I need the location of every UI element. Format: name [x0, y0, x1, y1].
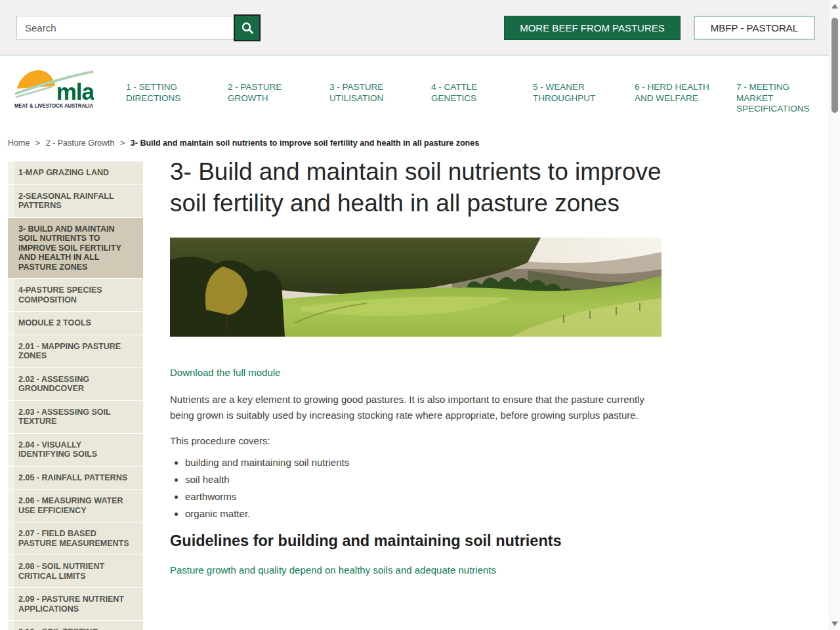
nav-item[interactable]: 2 - PASTURE GROWTH: [228, 82, 309, 115]
nav-item[interactable]: 4 - CATTLE GENETICS: [431, 82, 513, 115]
page-title: 3- Build and maintain soil nutrients to …: [170, 152, 662, 219]
sidebar-item[interactable]: MODULE 2 TOOLS: [8, 312, 143, 335]
sidebar-item[interactable]: 1-MAP GRAZING LAND: [8, 161, 143, 184]
mla-logo-icon: mla MEAT & LIVESTOCK AUSTRALIA: [14, 68, 94, 110]
search-icon: [240, 21, 255, 35]
logo-caption-text: MEAT & LIVESTOCK AUSTRALIA: [14, 102, 93, 109]
logo-brand-text: mla: [56, 79, 94, 104]
mbfp-pastoral-button[interactable]: MBFP - PASTORAL: [694, 16, 815, 40]
breadcrumb-current: 3- Build and maintain soil nutrients to …: [131, 138, 479, 148]
nav-item[interactable]: 1 - SETTING DIRECTIONS: [126, 82, 207, 115]
pasture-growth-link[interactable]: Pasture growth and quality depend on hea…: [170, 564, 496, 576]
module-nav: 1 - SETTING DIRECTIONS 2 - PASTURE GROWT…: [126, 82, 818, 115]
covers-list-item: soil health: [185, 474, 662, 485]
sidebar-item[interactable]: 2.08 - SOIL NUTRIENT CRITICAL LIMITS: [8, 555, 143, 587]
download-module-link[interactable]: Download the full module: [170, 367, 280, 378]
main-content: 3- Build and maintain soil nutrients to …: [170, 152, 662, 576]
search-input[interactable]: [16, 16, 234, 40]
sidebar-item[interactable]: 2.09 - PASTURE NUTRIENT APPLICATIONS: [8, 588, 143, 620]
covers-list: building and maintaining soil nutrients …: [170, 457, 662, 519]
intro-paragraph: Nutrients are a key element to growing g…: [170, 392, 645, 423]
breadcrumb-section[interactable]: 2 - Pasture Growth: [46, 138, 115, 148]
sidebar-item[interactable]: 2.04 - VISUALLY IDENTIFYING SOILS: [8, 434, 143, 466]
covers-label: This procedure covers:: [170, 435, 662, 446]
mla-logo[interactable]: mla MEAT & LIVESTOCK AUSTRALIA: [14, 68, 94, 110]
covers-list-item: building and maintaining soil nutrients: [185, 457, 662, 468]
covers-list-item: organic matter.: [185, 508, 662, 519]
top-bar: MORE BEEF FROM PASTURES MBFP - PASTORAL: [0, 0, 829, 56]
search-button[interactable]: [234, 14, 261, 41]
breadcrumb-home[interactable]: Home: [8, 138, 30, 148]
breadcrumb-separator: >: [35, 138, 40, 148]
sidebar-item[interactable]: 2.10 - SOIL TESTING LABORATORIES: [8, 621, 143, 630]
site-header: mla MEAT & LIVESTOCK AUSTRALIA 1 - SETTI…: [0, 56, 829, 135]
sidebar-item[interactable]: 2.07 - FIELD BASED PASTURE MEASUREMENTS: [8, 522, 143, 555]
sidebar-item[interactable]: 2.03 - ASSESSING SOIL TEXTURE: [8, 401, 143, 433]
vertical-scrollbar[interactable]: [829, 0, 840, 630]
sidebar-item[interactable]: 4-PASTURE SPECIES COMPOSITION: [8, 279, 143, 311]
sidebar-item[interactable]: 3- BUILD AND MAINTAIN SOIL NUTRIENTS TO …: [8, 218, 143, 279]
sidebar-item[interactable]: 2.05 - RAINFALL PATTERNS: [8, 467, 143, 490]
nav-item[interactable]: 3 - PASTURE UTILISATION: [329, 82, 411, 115]
pasture-landscape-image: [170, 238, 662, 337]
guidelines-heading: Guidelines for building and maintaining …: [170, 532, 662, 550]
breadcrumb-separator: >: [120, 138, 125, 148]
page: MORE BEEF FROM PASTURES MBFP - PASTORAL …: [0, 0, 840, 630]
scroll-down-arrow-icon[interactable]: [831, 621, 838, 626]
breadcrumb: Home > 2 - Pasture Growth > 3- Build and…: [8, 138, 479, 148]
scroll-up-arrow-icon[interactable]: [831, 4, 838, 9]
nav-item[interactable]: 7 - MEETING MARKET SPECIFICATIONS: [736, 82, 818, 115]
sidebar-item[interactable]: 2-SEASONAL RAINFALL PATTERNS: [8, 185, 143, 217]
sidebar-item[interactable]: 2.02 - ASSESSING GROUNDCOVER: [8, 368, 143, 400]
covers-list-item: earthworms: [185, 491, 662, 502]
nav-item[interactable]: 6 - HERD HEALTH AND WELFARE: [635, 82, 716, 115]
scrollbar-thumb[interactable]: [831, 18, 838, 113]
sidebar: 1-MAP GRAZING LAND 2-SEASONAL RAINFALL P…: [8, 161, 143, 630]
sidebar-item[interactable]: 2.06 - MEASURING WATER USE EFFICIENCY: [8, 490, 143, 522]
more-beef-from-pastures-button[interactable]: MORE BEEF FROM PASTURES: [504, 16, 681, 40]
nav-item[interactable]: 5 - WEANER THROUGHPUT: [533, 82, 614, 115]
sidebar-item[interactable]: 2.01 - MAPPING PASTURE ZONES: [8, 335, 143, 368]
